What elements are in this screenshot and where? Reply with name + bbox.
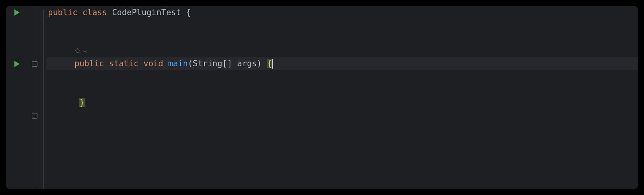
code-line[interactable]: public class CodePluginTest { xyxy=(46,6,638,19)
ai-icon xyxy=(74,48,81,54)
gutter xyxy=(6,6,31,189)
code-line[interactable]: public static void main(String[] args) { xyxy=(46,57,638,70)
code-text: } xyxy=(46,89,85,117)
keyword: static xyxy=(109,59,139,68)
gutter-row[interactable] xyxy=(6,6,31,19)
fold-marker-icon[interactable] xyxy=(32,113,37,119)
text-cursor xyxy=(272,59,273,69)
gutter-row xyxy=(6,83,31,96)
gutter-row xyxy=(6,32,31,44)
run-icon[interactable] xyxy=(14,9,19,16)
fold-column xyxy=(31,6,39,189)
code-line[interactable] xyxy=(46,83,638,96)
gutter-row xyxy=(6,19,31,32)
code-line[interactable] xyxy=(46,32,638,44)
gutter-row xyxy=(6,96,31,109)
code-line[interactable] xyxy=(46,44,638,57)
brace-matched: { xyxy=(267,59,272,68)
chevron-down-icon xyxy=(83,49,87,53)
params: (String[] args) xyxy=(188,59,262,68)
gutter-row[interactable] xyxy=(6,57,31,70)
indent-guide-column xyxy=(39,6,46,189)
keyword: void xyxy=(143,59,163,68)
brace: { xyxy=(186,8,191,17)
code-text: public static void main(String[] args) { xyxy=(46,59,273,69)
indent-guide xyxy=(43,10,44,189)
fold-marker-icon[interactable] xyxy=(32,61,37,67)
run-icon[interactable] xyxy=(14,61,19,67)
code-line[interactable] xyxy=(46,19,638,32)
keyword: public xyxy=(74,59,104,68)
indent-guide xyxy=(35,6,35,189)
brace-matched: } xyxy=(79,98,85,107)
code-area[interactable]: public class CodePluginTest { public sta… xyxy=(46,6,638,189)
code-editor[interactable]: public class CodePluginTest { public sta… xyxy=(6,6,638,189)
class-name: CodePluginTest xyxy=(112,8,181,17)
ai-suggestion-hint[interactable] xyxy=(46,48,87,54)
gutter-row xyxy=(6,70,31,83)
code-line[interactable] xyxy=(46,70,638,83)
gutter-row xyxy=(6,44,31,57)
code-text: public class CodePluginTest { xyxy=(46,8,191,17)
keyword: class xyxy=(83,8,107,17)
keyword: public xyxy=(48,8,78,17)
method-name: main xyxy=(168,59,188,68)
code-line[interactable]: } xyxy=(46,96,638,109)
